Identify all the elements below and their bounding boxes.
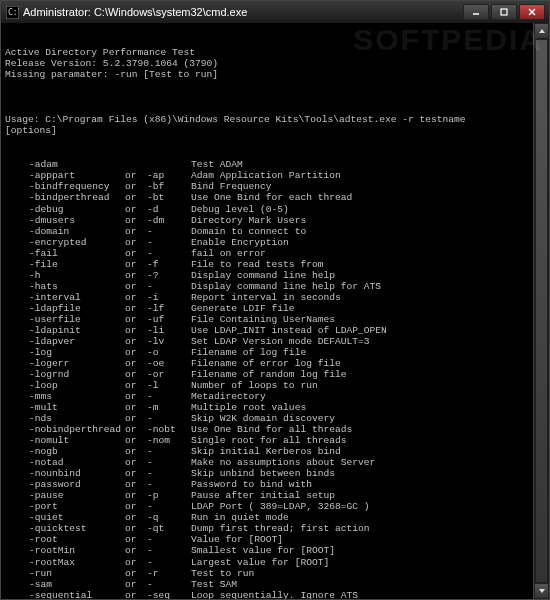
option-or: or [125,192,147,203]
option-desc: Enable Encryption [191,237,545,248]
option-desc: Display command line help for ATS [191,281,545,292]
option-row: -bindperthreador-btUse One Bind for each… [5,192,545,203]
option-short: -l [147,380,191,391]
option-long: -quiet [5,512,125,523]
option-row: -failor-fail on error [5,248,545,259]
option-desc: Use LDAP_INIT instead of LDAP_OPEN [191,325,545,336]
option-long: -nounbind [5,468,125,479]
option-short: -d [147,204,191,215]
option-short: - [147,479,191,490]
option-or: or [125,501,147,512]
option-row: -nogbor-Skip initial Kerberos bind [5,446,545,457]
option-short: - [147,579,191,590]
option-desc: Run in quiet mode [191,512,545,523]
option-or [125,159,147,170]
option-or: or [125,215,147,226]
option-or: or [125,391,147,402]
option-row: -adamTest ADAM [5,159,545,170]
option-long: -nobindperthread [5,424,125,435]
scroll-up-button[interactable] [534,23,549,39]
option-long: -pause [5,490,125,501]
option-or: or [125,259,147,270]
option-long: -rootMax [5,557,125,568]
option-long: -adam [5,159,125,170]
option-desc: Filename of log file [191,347,545,358]
option-long: -bindfrequency [5,181,125,192]
option-short: - [147,248,191,259]
option-desc: Make no assumptions about Server [191,457,545,468]
option-long: -notad [5,457,125,468]
option-short: - [147,446,191,457]
option-or: or [125,303,147,314]
option-short: -nom [147,435,191,446]
option-or: or [125,325,147,336]
usage-line-2: [options] [5,125,57,136]
option-short: -seq [147,590,191,599]
option-or: or [125,292,147,303]
option-desc: Report interval in seconds [191,292,545,303]
option-or: or [125,237,147,248]
option-desc: Number of loops to run [191,380,545,391]
option-row: -dmusersor-dmDirectory Mark Users [5,215,545,226]
cmd-window: C:\ Administrator: C:\Windows\system32\c… [0,0,550,600]
close-button[interactable] [519,4,545,20]
option-desc: Smallest value for [ROOT] [191,545,545,556]
option-long: -nomult [5,435,125,446]
option-short: - [147,237,191,248]
minimize-button[interactable] [463,4,489,20]
option-or: or [125,512,147,523]
option-or: or [125,568,147,579]
option-row: -portor-LDAP Port ( 389=LDAP, 3268=GC ) [5,501,545,512]
option-long: -mult [5,402,125,413]
option-or: or [125,358,147,369]
option-or: or [125,523,147,534]
scroll-track[interactable] [534,39,549,583]
maximize-button[interactable] [491,4,517,20]
option-long: -bindperthread [5,192,125,203]
option-long: -hats [5,281,125,292]
vertical-scrollbar[interactable] [533,23,549,599]
svg-marker-7 [539,589,545,593]
titlebar[interactable]: C:\ Administrator: C:\Windows\system32\c… [1,1,549,23]
option-short: -qt [147,523,191,534]
option-or: or [125,369,147,380]
option-desc: Value for [ROOT] [191,534,545,545]
terminal-output[interactable]: Active Directory Performance Test Releas… [1,23,549,599]
scroll-down-button[interactable] [534,583,549,599]
option-short: - [147,501,191,512]
scroll-thumb[interactable] [535,39,548,583]
option-or: or [125,413,147,424]
option-short: -oe [147,358,191,369]
option-desc: Password to bind with [191,479,545,490]
option-short: -or [147,369,191,380]
option-row: -pauseor-pPause after initial setup [5,490,545,501]
option-or: or [125,270,147,281]
option-row: -passwordor-Password to bind with [5,479,545,490]
usage-line-1: Usage: C:\Program Files (x86)\Windows Re… [5,114,466,125]
option-or: or [125,590,147,599]
option-long: -file [5,259,125,270]
option-desc: Directory Mark Users [191,215,545,226]
option-short: -lv [147,336,191,347]
option-long: -loop [5,380,125,391]
usage-block: Usage: C:\Program Files (x86)\Windows Re… [5,103,545,136]
option-row: -ldapveror-lvSet LDAP Version mode DEFAU… [5,336,545,347]
option-long: -interval [5,292,125,303]
option-short: - [147,534,191,545]
option-or: or [125,248,147,259]
option-short: -? [147,270,191,281]
option-row: -domainor-Domain to connect to [5,226,545,237]
option-row: -logerror-oeFilename of error log file [5,358,545,369]
option-row: -nomultor-nomSingle root for all threads [5,435,545,446]
option-or: or [125,336,147,347]
option-row: -loopor-lNumber of loops to run [5,380,545,391]
option-desc: Use One Bind for each thread [191,192,545,203]
option-row: -mmsor-Metadirectory [5,391,545,402]
option-desc: Test to run [191,568,545,579]
option-row: -sequentialor-seqLoop sequentially. Igno… [5,590,545,599]
option-long: -nds [5,413,125,424]
option-or: or [125,468,147,479]
option-long: -log [5,347,125,358]
option-desc: Multiple root values [191,402,545,413]
option-or: or [125,181,147,192]
